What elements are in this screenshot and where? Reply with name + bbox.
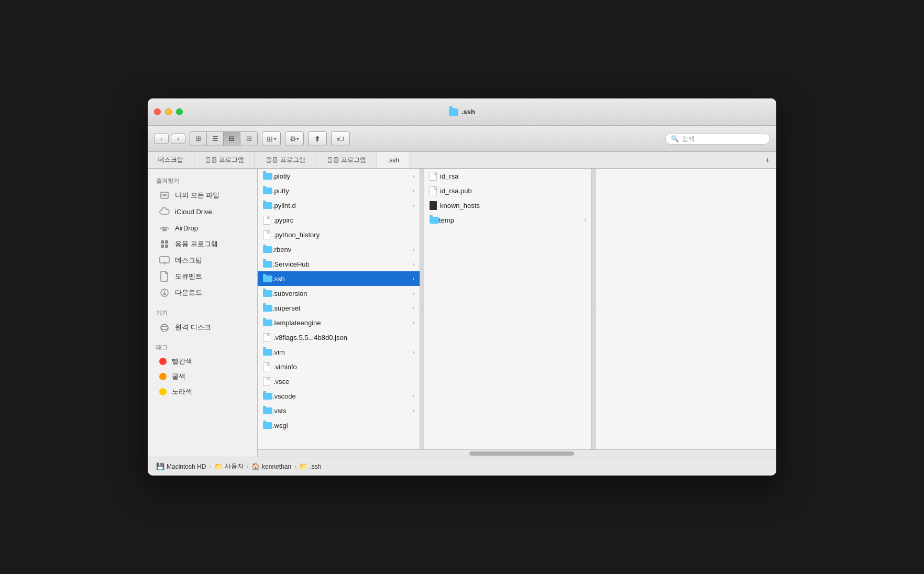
yellow-tag-dot [159, 388, 167, 395]
expand-chevron: › [413, 291, 414, 296]
tab-apps-1[interactable]: 응용 프로그램 [194, 152, 255, 168]
file-item-pylint[interactable]: .pylint.d › [258, 198, 420, 213]
search-icon: 🔍 [671, 135, 679, 142]
file-item-v8flags[interactable]: .v8flags.5.5...4b8d0.json [258, 330, 420, 345]
file-item-vsce[interactable]: .vsce [258, 374, 420, 389]
file-item-templateengine[interactable]: .templateengine › [258, 315, 420, 330]
folder-icon [263, 187, 272, 194]
horizontal-scrollbar[interactable] [258, 449, 776, 457]
folder-icon [263, 246, 272, 253]
new-tab-button[interactable]: + [759, 152, 776, 168]
search-bar[interactable]: 🔍 [665, 133, 770, 145]
file-name: known_hosts [440, 202, 480, 209]
sidebar-item-airdrop[interactable]: AirDrop [151, 220, 254, 236]
file-item-pypirc[interactable]: .pypirc [258, 213, 420, 227]
sidebar-item-tag-orange[interactable]: 굴색 [151, 369, 254, 384]
list-view-button[interactable]: ☰ [207, 132, 224, 146]
breadcrumb-label: kennethan [262, 463, 291, 470]
sidebar-item-tag-yellow[interactable]: 노라색 [151, 384, 254, 399]
sidebar-item-desktop[interactable]: 데스크탑 [151, 252, 254, 268]
forward-button[interactable]: › [171, 134, 185, 144]
file-item-temp[interactable]: temp › [424, 213, 591, 227]
gear-dropdown-icon: ▾ [296, 136, 299, 141]
file-item-id-rsa-pub[interactable]: id_rsa.pub [424, 183, 591, 198]
file-icon [263, 377, 270, 386]
file-item-vim[interactable]: .vim › [258, 345, 420, 359]
folder-icon [263, 261, 272, 268]
file-name: id_rsa [440, 172, 458, 180]
expand-chevron: › [413, 173, 414, 179]
file-item-vsts[interactable]: .vsts › [258, 403, 420, 418]
folder-icon [263, 275, 272, 282]
breadcrumb-home[interactable]: 🏠 kennethan [251, 462, 291, 470]
icon-view-button[interactable]: ⊞ [190, 132, 207, 146]
far-right-column [596, 169, 776, 449]
file-item-vscode[interactable]: .vscode › [258, 389, 420, 403]
file-item-servicehub[interactable]: .ServiceHub › [258, 257, 420, 271]
sidebar-item-all-files[interactable]: 나의 모든 파일 [151, 187, 254, 203]
file-name: id_rsa.pub [440, 187, 472, 195]
arrange-button[interactable]: ⊞ ▾ [262, 131, 281, 146]
sidebar-item-icloud[interactable]: iCloud Drive [151, 204, 254, 219]
tab-ssh[interactable]: .ssh [377, 152, 410, 168]
sidebar-item-downloads[interactable]: 다운로드 [151, 285, 254, 301]
documents-icon [159, 271, 170, 282]
search-input[interactable] [682, 135, 764, 142]
tab-apps-3[interactable]: 응용 프로그램 [316, 152, 377, 168]
file-item-subversion[interactable]: .subversion › [258, 286, 420, 301]
expand-chevron: › [585, 217, 586, 223]
expand-chevron: › [413, 393, 414, 399]
minimize-button[interactable] [165, 108, 172, 115]
folder-icon [263, 202, 272, 209]
scrollbar-thumb[interactable] [469, 451, 574, 456]
folder-icon: 📁 [299, 462, 307, 470]
gallery-view-button[interactable]: ⊟ [240, 132, 257, 146]
action-button[interactable]: ⚙ ▾ [285, 131, 304, 146]
folder-icon [263, 290, 272, 297]
back-button[interactable]: ‹ [154, 134, 169, 144]
favorites-label: 즐겨찾기 [148, 173, 257, 187]
breadcrumb-ssh[interactable]: 📁 .ssh [299, 462, 321, 470]
file-name: .vim [272, 348, 285, 356]
fullscreen-button[interactable] [176, 108, 183, 115]
file-icon [430, 186, 437, 195]
tab-apps-2[interactable]: 응용 프로그램 [255, 152, 316, 168]
expand-chevron: › [413, 320, 414, 326]
file-item-superset[interactable]: .superset › [258, 301, 420, 315]
file-item-plotly[interactable]: .plotly › [258, 169, 420, 183]
file-item-id-rsa[interactable]: id_rsa [424, 169, 591, 183]
file-item-python-history[interactable]: .python_history [258, 227, 420, 242]
sidebar-item-documents[interactable]: 도큐멘트 [151, 269, 254, 284]
breadcrumb-drive[interactable]: 💾 Macintosh HD [156, 462, 206, 470]
tab-desktop[interactable]: 데스크탑 [148, 152, 194, 168]
tag-button[interactable]: 🏷 [331, 131, 350, 146]
traffic-lights [154, 108, 183, 115]
desktop-icon [159, 255, 170, 266]
drive-icon: 💾 [156, 462, 164, 470]
home-icon: 🏠 [251, 462, 260, 470]
sidebar-item-label: 노라색 [172, 387, 192, 396]
view-toggle-group: ⊞ ☰ ⊟ ⊟ [190, 131, 258, 146]
sidebar-item-remote-disk[interactable]: 원격 디스크 [151, 319, 254, 335]
file-item-viminfo[interactable]: .viminfo [258, 359, 420, 374]
column-view-button[interactable]: ⊟ [224, 132, 240, 146]
window-title: .ssh [449, 108, 475, 116]
file-item-rbenv[interactable]: .rbenv › [258, 242, 420, 257]
file-item-ssh[interactable]: .ssh › [258, 271, 420, 286]
share-button[interactable]: ⬆ [308, 131, 327, 146]
svg-rect-7 [165, 245, 168, 248]
file-item-putty[interactable]: .putty › [258, 183, 420, 198]
sidebar-item-apps[interactable]: 응용 프로그램 [151, 236, 254, 252]
file-name: .vsts [272, 407, 287, 415]
toolbar: ‹ › ⊞ ☰ ⊟ ⊟ ⊞ ▾ ⚙ ▾ ⬆ 🏷 🔍 [148, 126, 776, 152]
close-button[interactable] [154, 108, 161, 115]
file-item-wsgi[interactable]: .wsgi [258, 418, 420, 433]
expand-chevron: › [413, 247, 414, 252]
breadcrumb-users[interactable]: 📁 사용자 [214, 462, 244, 471]
column-resize-handle[interactable] [420, 169, 424, 449]
sidebar-item-tag-red[interactable]: 빨간색 [151, 354, 254, 369]
file-icon [263, 230, 270, 239]
svg-point-14 [161, 326, 168, 329]
file-item-known-hosts[interactable]: known_hosts [424, 198, 591, 213]
column-resize-handle-2[interactable] [592, 169, 596, 449]
